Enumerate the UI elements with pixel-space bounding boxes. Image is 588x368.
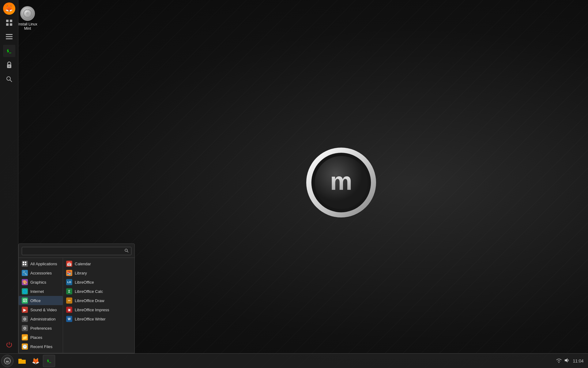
internet-icon: 🌐 xyxy=(22,288,28,294)
network-icon[interactable] xyxy=(556,358,562,364)
internet-label: Internet xyxy=(30,289,44,294)
svg-point-5 xyxy=(26,12,29,15)
libreoffice-writer-icon: W xyxy=(66,316,72,322)
menu-item-office[interactable]: Office xyxy=(19,296,63,305)
svg-rect-22 xyxy=(23,264,24,265)
all-applications-label: All Applications xyxy=(30,262,57,266)
desktop: m xyxy=(0,0,588,368)
taskbar-firefox-button[interactable]: 🦊 xyxy=(29,355,42,367)
menu-item-administration[interactable]: ⚙ Administration xyxy=(19,314,63,324)
calendar-label: Calendar xyxy=(75,262,91,266)
library-label: Library xyxy=(75,271,87,275)
calendar-icon: 📅 xyxy=(66,261,72,267)
sound-video-icon: ▶ xyxy=(22,307,28,313)
sidebar-grid-icon[interactable] xyxy=(3,17,15,29)
menu-item-graphics[interactable]: 🎨 Graphics xyxy=(19,278,63,287)
sidebar-search-icon[interactable] xyxy=(3,73,15,85)
svg-rect-13 xyxy=(6,38,13,39)
search-icon xyxy=(124,248,129,254)
places-label: Places xyxy=(30,335,42,340)
office-icon xyxy=(22,297,28,304)
svg-point-18 xyxy=(125,249,127,251)
menu-item-preferences[interactable]: ⚙ Preferences xyxy=(19,324,63,333)
recent-files-icon: 🕐 xyxy=(22,343,28,350)
taskbar-start-button[interactable]: m xyxy=(1,355,13,367)
office-label: Office xyxy=(30,298,41,303)
taskbar-right: 11:04 xyxy=(556,358,587,364)
all-applications-icon xyxy=(22,261,28,267)
menu-item-all-applications[interactable]: All Applications xyxy=(19,259,63,268)
menu-body: All Applications 🔧 Accessories 🎨 Graphic… xyxy=(19,258,134,353)
sidebar-stack-icon[interactable] xyxy=(3,31,15,43)
libreoffice-icon: LO xyxy=(66,279,72,285)
install-icon-label: Install Linux Mint xyxy=(15,22,40,31)
svg-marker-31 xyxy=(565,358,567,362)
library-icon: 📚 xyxy=(66,270,72,276)
svg-rect-20 xyxy=(23,262,24,263)
libreoffice-draw-icon: ✏ xyxy=(66,297,72,304)
svg-rect-21 xyxy=(25,262,26,263)
svg-point-6 xyxy=(27,10,28,11)
menu-item-recent-files[interactable]: 🕐 Recent Files xyxy=(19,342,63,351)
accessories-icon: 🔧 xyxy=(22,270,28,276)
libreoffice-impress-icon: ▣ xyxy=(66,307,72,313)
install-icon-image xyxy=(20,6,35,21)
sidebar-terminal-icon[interactable]: $_ xyxy=(3,45,15,57)
volume-icon[interactable] xyxy=(564,358,570,364)
svg-point-15 xyxy=(9,66,10,67)
search-input-wrap[interactable] xyxy=(22,247,131,255)
install-linux-mint-icon[interactable]: Install Linux Mint xyxy=(15,6,40,31)
libreoffice-calc-label: LibreOffice Calc xyxy=(75,289,103,294)
administration-label: Administration xyxy=(30,317,55,321)
svg-rect-11 xyxy=(6,34,13,35)
svg-line-19 xyxy=(127,251,128,252)
menu-item-libreoffice-impress[interactable]: ▣ LibreOffice Impress xyxy=(63,305,134,314)
sound-video-label: Sound & Video xyxy=(30,308,57,312)
menu-item-libreoffice-draw[interactable]: ✏ LibreOffice Draw xyxy=(63,296,134,305)
svg-rect-9 xyxy=(6,23,9,26)
taskbar-time: 11:04 xyxy=(572,358,584,363)
menu-item-sound-video[interactable]: ▶ Sound & Video xyxy=(19,305,63,314)
start-menu: All Applications 🔧 Accessories 🎨 Graphic… xyxy=(18,243,135,353)
menu-left-panel: All Applications 🔧 Accessories 🎨 Graphic… xyxy=(19,258,63,353)
libreoffice-calc-icon: Σ xyxy=(66,288,72,294)
menu-item-library[interactable]: 📚 Library xyxy=(63,268,134,278)
svg-rect-10 xyxy=(10,23,12,26)
libreoffice-label: LibreOffice xyxy=(75,280,94,285)
libreoffice-draw-label: LibreOffice Draw xyxy=(75,298,104,303)
libreoffice-impress-label: LibreOffice Impress xyxy=(75,308,109,312)
search-bar xyxy=(19,244,134,258)
svg-rect-8 xyxy=(10,20,12,22)
sidebar-firefox-icon[interactable]: 🦊 xyxy=(3,2,15,15)
menu-right-panel: 📅 Calendar 📚 Library LO LibreOffice Σ Li… xyxy=(63,258,134,353)
menu-item-accessories[interactable]: 🔧 Accessories xyxy=(19,268,63,278)
menu-item-libreoffice-calc[interactable]: Σ LibreOffice Calc xyxy=(63,287,134,296)
graphics-label: Graphics xyxy=(30,280,46,285)
menu-item-libreoffice-writer[interactable]: W LibreOffice Writer xyxy=(63,314,134,324)
svg-line-17 xyxy=(10,80,12,82)
svg-text:m: m xyxy=(6,359,9,363)
menu-item-calendar[interactable]: 📅 Calendar xyxy=(63,259,134,268)
search-input[interactable] xyxy=(24,249,124,253)
menu-item-places[interactable]: 📁 Places xyxy=(19,333,63,342)
mint-logo: m xyxy=(304,146,378,219)
svg-text:m: m xyxy=(330,167,352,195)
preferences-icon: ⚙ xyxy=(22,325,28,331)
svg-point-16 xyxy=(7,77,10,80)
preferences-label: Preferences xyxy=(30,326,52,331)
taskbar-terminal-button[interactable]: $_ xyxy=(43,355,55,367)
administration-icon: ⚙ xyxy=(22,316,28,322)
sidebar-lock-icon[interactable] xyxy=(3,59,15,71)
svg-rect-7 xyxy=(6,20,9,22)
menu-item-internet[interactable]: 🌐 Internet xyxy=(19,287,63,296)
taskbar-folder-button[interactable] xyxy=(16,355,28,367)
menu-item-libreoffice[interactable]: LO LibreOffice xyxy=(63,278,134,287)
graphics-icon: 🎨 xyxy=(22,279,28,285)
svg-rect-23 xyxy=(25,264,26,265)
sidebar-panel: 🦊 $_ xyxy=(0,0,18,353)
libreoffice-writer-label: LibreOffice Writer xyxy=(75,317,106,321)
sidebar-power-icon[interactable] xyxy=(3,339,15,351)
accessories-label: Accessories xyxy=(30,271,52,275)
taskbar: m 🦊 $_ xyxy=(0,353,588,368)
places-icon: 📁 xyxy=(22,334,28,340)
